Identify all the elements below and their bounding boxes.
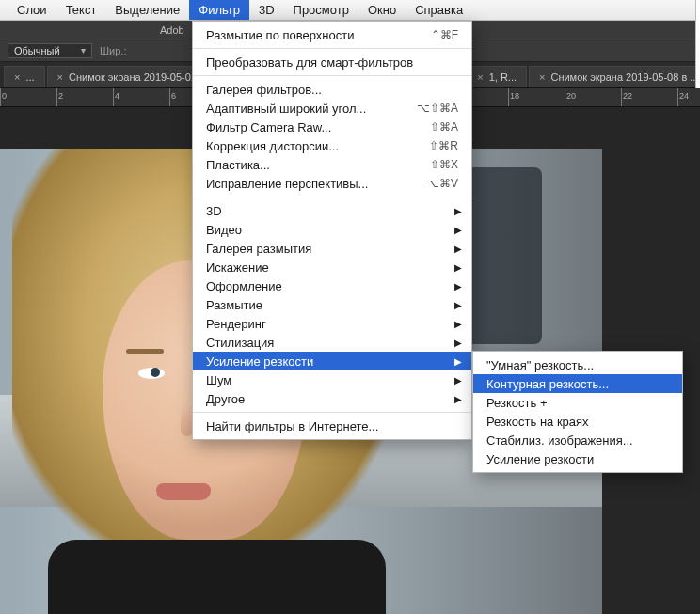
submenu-arrow-icon: ▶	[454, 281, 462, 291]
submenu-arrow-icon: ▶	[454, 244, 462, 254]
menu-separator	[193, 75, 471, 76]
menu-item-label: Стабилиз. изображения...	[486, 433, 633, 448]
ruler-label: 22	[623, 91, 632, 101]
submenu-item[interactable]: Резкость +	[473, 393, 682, 412]
menu-item[interactable]: Размытие▶	[193, 295, 471, 314]
menu-item-sharpen[interactable]: Усиление резкости▶	[193, 352, 471, 370]
submenu-arrow-icon: ▶	[454, 262, 462, 273]
menubar-item-просмотр[interactable]: Просмотр	[284, 0, 358, 20]
menu-item[interactable]: Фильтр Camera Raw...⇧⌘A	[193, 118, 471, 136]
menu-item-label: Резкость на краях	[486, 415, 589, 429]
close-icon[interactable]: ×	[477, 71, 483, 83]
menu-item-last-filter[interactable]: Размытие по поверхности⌃⌘F	[193, 25, 471, 44]
menu-item[interactable]: Исправление перспективы...⌥⌘V	[193, 174, 471, 193]
menu-item[interactable]: Адаптивный широкий угол...⌥⇧⌘A	[193, 99, 471, 118]
ruler-label: 0	[2, 91, 7, 101]
document-tab[interactable]: ×Снимок экрана 2019-05-0...	[47, 66, 210, 87]
ruler-label: 6	[171, 91, 176, 101]
close-icon[interactable]: ×	[57, 71, 63, 83]
submenu-item[interactable]: Усиление резкости	[473, 449, 682, 468]
menu-item-label: Усиление резкости	[486, 452, 594, 466]
width-label: Шир.:	[100, 45, 126, 56]
menu-item[interactable]: Рендеринг▶	[193, 314, 471, 333]
chevron-down-icon: ▾	[81, 45, 86, 55]
submenu-item[interactable]: Стабилиз. изображения...	[473, 431, 682, 449]
menu-shortcut: ⌥⇧⌘A	[417, 102, 458, 115]
blend-mode-value: Обычный	[14, 45, 60, 56]
menubar-item-выделение[interactable]: Выделение	[105, 0, 189, 20]
menubar-item-слои[interactable]: Слои	[8, 0, 56, 20]
menu-item[interactable]: Пластика...⇧⌘X	[193, 155, 471, 174]
menubar: СлоиТекстВыделениеФильтр3DПросмотрОкноСп…	[0, 0, 700, 21]
menu-shortcut: ⇧⌘R	[429, 139, 458, 152]
menu-item[interactable]: Другое▶	[193, 389, 471, 408]
menu-item-label: Размытие по поверхности	[206, 28, 354, 42]
menu-item-label: Шум	[206, 373, 231, 387]
menubar-item-фильтр[interactable]: Фильтр	[189, 0, 249, 20]
menu-item-label: Адаптивный широкий угол...	[206, 102, 366, 116]
menu-item-label: "Умная" резкость...	[486, 358, 594, 372]
menu-item-label: Другое	[206, 392, 245, 406]
app-title-text: Adob	[160, 24, 184, 36]
menu-item-label: Искажение	[206, 260, 269, 275]
menubar-item-3d[interactable]: 3D	[249, 0, 284, 20]
menubar-item-текст[interactable]: Текст	[56, 0, 106, 20]
submenu-item-unsharp-mask[interactable]: Контурная резкость...	[473, 374, 682, 393]
close-icon[interactable]: ×	[539, 71, 545, 83]
menu-item-label: Стилизация	[206, 336, 274, 350]
ruler-label: 18	[510, 91, 519, 101]
blend-mode-dropdown[interactable]: Обычный ▾	[8, 43, 92, 58]
menu-item[interactable]: Искажение▶	[193, 258, 471, 276]
document-tab[interactable]: ×...	[4, 66, 45, 87]
menubar-item-справка[interactable]: Справка	[406, 0, 472, 20]
menu-item-convert-smart[interactable]: Преобразовать для смарт-фильтров	[193, 53, 471, 71]
close-icon[interactable]: ×	[14, 71, 20, 83]
submenu-item[interactable]: "Умная" резкость...	[473, 355, 682, 374]
menu-item[interactable]: 3D▶	[193, 201, 471, 220]
menu-item-label: Найти фильтры в Интернете...	[206, 419, 378, 433]
submenu-arrow-icon: ▶	[454, 375, 462, 386]
menu-item-label: Фильтр Camera Raw...	[206, 120, 331, 134]
menu-shortcut: ⌥⌘V	[426, 177, 458, 190]
menu-shortcut: ⇧⌘X	[430, 158, 458, 171]
menu-item[interactable]: Оформление▶	[193, 276, 471, 295]
menu-separator	[193, 412, 471, 413]
submenu-arrow-icon: ▶	[454, 394, 462, 404]
menu-item-label: Коррекция дисторсии...	[206, 139, 339, 153]
ruler-label: 4	[115, 91, 119, 101]
sharpen-submenu[interactable]: "Умная" резкость...Контурная резкость...…	[472, 351, 683, 473]
document-tab[interactable]: ×Снимок экрана 2019-05-08 в ...	[529, 66, 698, 87]
submenu-item[interactable]: Резкость на краях	[473, 412, 682, 431]
ruler-label: 2	[58, 91, 63, 101]
submenu-arrow-icon: ▶	[454, 225, 462, 235]
ruler-label: 20	[566, 91, 576, 101]
submenu-arrow-icon: ▶	[454, 206, 462, 216]
menu-item-label: Исправление перспективы...	[206, 177, 368, 191]
tab-label: Снимок экрана 2019-05-0...	[69, 71, 199, 83]
menu-item[interactable]: Стилизация▶	[193, 333, 471, 352]
menu-item[interactable]: Галерея фильтров...	[193, 80, 471, 99]
filter-menu[interactable]: Размытие по поверхности⌃⌘FПреобразовать …	[192, 21, 472, 440]
menu-item-label: Пластика...	[206, 158, 270, 172]
menu-item-label: Галерея размытия	[206, 242, 311, 256]
document-tab[interactable]: ×1, R...	[467, 66, 527, 87]
submenu-arrow-icon: ▶	[454, 319, 462, 329]
menu-separator	[193, 197, 471, 197]
menu-shortcut: ⌃⌘F	[431, 28, 458, 41]
tab-label: Снимок экрана 2019-05-08 в ...	[550, 71, 698, 83]
menu-item-label: Оформление	[206, 279, 282, 293]
menu-item[interactable]: Видео▶	[193, 220, 471, 239]
menu-item-label: Резкость +	[486, 396, 548, 410]
menu-item[interactable]: Коррекция дисторсии...⇧⌘R	[193, 136, 471, 155]
menu-item[interactable]: Шум▶	[193, 370, 471, 389]
menubar-item-окно[interactable]: Окно	[358, 0, 406, 20]
submenu-arrow-icon: ▶	[454, 356, 462, 367]
tab-label: ...	[25, 71, 34, 83]
menu-item[interactable]: Галерея размытия▶	[193, 239, 471, 258]
menu-item-browse-filters[interactable]: Найти фильтры в Интернете...	[193, 417, 471, 435]
ruler-label: 24	[679, 91, 689, 101]
submenu-arrow-icon: ▶	[454, 338, 462, 348]
menu-item-label: Рендеринг	[206, 317, 266, 331]
menu-item-label: Видео	[206, 223, 242, 237]
menu-item-label: 3D	[206, 204, 222, 218]
